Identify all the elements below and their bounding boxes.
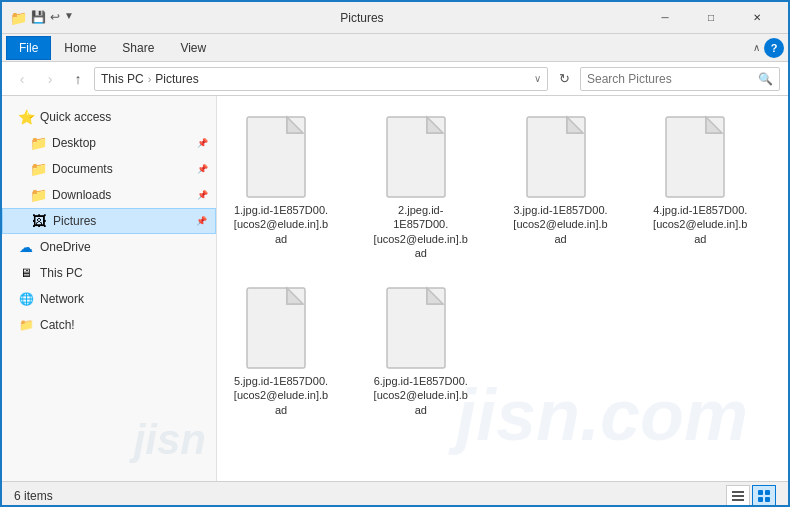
path-pictures: Pictures	[155, 72, 198, 86]
refresh-button[interactable]: ↻	[552, 67, 576, 91]
sidebar-quick-access-label: Quick access	[40, 110, 111, 124]
folder-icon: 📁	[10, 10, 27, 26]
help-button[interactable]: ?	[764, 38, 784, 58]
svg-rect-17	[758, 497, 763, 502]
view-toggle	[726, 485, 776, 507]
sidebar-label-desktop: Desktop	[52, 136, 96, 150]
path-this-pc: This PC	[101, 72, 144, 86]
sidebar-item-network[interactable]: 🌐 Network	[2, 286, 216, 312]
sidebar: ⭐ Quick access 📁 Desktop 📌 📁 Documents 📌…	[2, 96, 217, 481]
network-icon: 🌐	[18, 291, 34, 307]
pictures-folder-icon: 🖼	[31, 213, 47, 229]
sidebar-label-documents: Documents	[52, 162, 113, 176]
this-pc-icon: 🖥	[18, 265, 34, 281]
save-icon: 💾	[31, 10, 46, 26]
sidebar-item-this-pc[interactable]: 🖥 This PC	[2, 260, 216, 286]
svg-rect-16	[765, 490, 770, 495]
file-icon	[385, 115, 457, 199]
file-name: 5.jpg.id-1E857D00.[ucos2@elude.in].bad	[232, 374, 330, 417]
address-bar: ‹ › ↑ This PC › Pictures ∨ ↻ 🔍	[2, 62, 788, 96]
folder-icon: 📁	[30, 161, 46, 177]
star-icon: ⭐	[18, 109, 34, 125]
file-name: 3.jpg.id-1E857D00.[ucos2@elude.in].bad	[512, 203, 610, 246]
tab-share[interactable]: Share	[109, 36, 167, 60]
sidebar-watermark: jisn	[134, 419, 206, 461]
search-icon: 🔍	[758, 72, 773, 86]
window-title: Pictures	[82, 11, 642, 25]
sidebar-item-documents[interactable]: 📁 Documents 📌	[2, 156, 216, 182]
svg-rect-13	[732, 495, 744, 497]
main-layout: ⭐ Quick access 📁 Desktop 📌 📁 Documents 📌…	[2, 96, 788, 481]
pin-icon: 📌	[197, 190, 208, 200]
maximize-button[interactable]: □	[688, 2, 734, 34]
window-controls: ─ □ ✕	[642, 2, 780, 34]
file-icon	[525, 115, 597, 199]
undo-icon: ↩	[50, 10, 60, 26]
sidebar-item-quick-access[interactable]: ⭐ Quick access	[2, 104, 216, 130]
pin-icon: 📌	[197, 164, 208, 174]
sidebar-label-downloads: Downloads	[52, 188, 111, 202]
sidebar-item-desktop[interactable]: 📁 Desktop 📌	[2, 130, 216, 156]
pin-icon: 📌	[197, 138, 208, 148]
path-sep-1: ›	[148, 73, 152, 85]
path-dropdown-icon: ∨	[534, 73, 541, 84]
sidebar-label-network: Network	[40, 292, 84, 306]
file-item[interactable]: 4.jpg.id-1E857D00.[ucos2@elude.in].bad	[646, 106, 754, 269]
forward-button[interactable]: ›	[38, 67, 62, 91]
search-input[interactable]	[587, 72, 754, 86]
sidebar-label-catch: Catch!	[40, 318, 75, 332]
address-path[interactable]: This PC › Pictures ∨	[94, 67, 548, 91]
ribbon-right: ∧ ?	[753, 38, 784, 58]
folder-icon: 📁	[30, 135, 46, 151]
sidebar-item-onedrive[interactable]: ☁ OneDrive	[2, 234, 216, 260]
up-button[interactable]: ↑	[66, 67, 90, 91]
file-icon	[245, 115, 317, 199]
ribbon-tabs: File Home Share View ∧ ?	[2, 34, 788, 62]
file-grid: 1.jpg.id-1E857D00.[ucos2@elude.in].bad 2…	[227, 106, 778, 426]
dropdown-arrow-icon[interactable]: ▼	[64, 10, 74, 26]
status-item-count: 6 items	[14, 489, 726, 503]
sidebar-item-catch[interactable]: 📁 Catch!	[2, 312, 216, 338]
file-item[interactable]: 5.jpg.id-1E857D00.[ucos2@elude.in].bad	[227, 277, 335, 426]
title-bar: 📁 💾 ↩ ▼ Pictures ─ □ ✕	[2, 2, 788, 34]
file-area: jisn.com 1.jpg.id-1E857D00.[ucos2@elude.…	[217, 96, 788, 481]
file-icon	[385, 286, 457, 370]
file-name: 2.jpeg.id-1E857D00.[ucos2@elude.in].bad	[372, 203, 470, 260]
list-view-button[interactable]	[726, 485, 750, 507]
file-icon	[245, 286, 317, 370]
file-item[interactable]: 2.jpeg.id-1E857D00.[ucos2@elude.in].bad	[367, 106, 475, 269]
sidebar-label-pictures: Pictures	[53, 214, 96, 228]
search-box[interactable]: 🔍	[580, 67, 780, 91]
file-icon	[664, 115, 736, 199]
back-button[interactable]: ‹	[10, 67, 34, 91]
file-item[interactable]: 1.jpg.id-1E857D00.[ucos2@elude.in].bad	[227, 106, 335, 269]
minimize-button[interactable]: ─	[642, 2, 688, 34]
pin-icon: 📌	[196, 216, 207, 226]
file-name: 4.jpg.id-1E857D00.[ucos2@elude.in].bad	[651, 203, 749, 246]
file-item[interactable]: 3.jpg.id-1E857D00.[ucos2@elude.in].bad	[507, 106, 615, 269]
tab-file[interactable]: File	[6, 36, 51, 60]
svg-rect-18	[765, 497, 770, 502]
onedrive-icon: ☁	[18, 239, 34, 255]
sidebar-label-this-pc: This PC	[40, 266, 83, 280]
tab-view[interactable]: View	[167, 36, 219, 60]
svg-rect-12	[732, 491, 744, 493]
large-icons-view-button[interactable]	[752, 485, 776, 507]
title-bar-quick-access: 📁 💾 ↩ ▼	[10, 10, 74, 26]
close-button[interactable]: ✕	[734, 2, 780, 34]
status-bar: 6 items	[2, 481, 788, 507]
sidebar-item-downloads[interactable]: 📁 Downloads 📌	[2, 182, 216, 208]
tab-home[interactable]: Home	[51, 36, 109, 60]
file-name: 1.jpg.id-1E857D00.[ucos2@elude.in].bad	[232, 203, 330, 246]
sidebar-item-pictures[interactable]: 🖼 Pictures 📌	[2, 208, 216, 234]
catch-icon: 📁	[18, 317, 34, 333]
svg-rect-15	[758, 490, 763, 495]
file-item[interactable]: 6.jpg.id-1E857D00.[ucos2@elude.in].bad	[367, 277, 475, 426]
ribbon-collapse-button[interactable]: ∧	[753, 42, 760, 53]
folder-icon: 📁	[30, 187, 46, 203]
sidebar-label-onedrive: OneDrive	[40, 240, 91, 254]
file-name: 6.jpg.id-1E857D00.[ucos2@elude.in].bad	[372, 374, 470, 417]
svg-rect-14	[732, 499, 744, 501]
